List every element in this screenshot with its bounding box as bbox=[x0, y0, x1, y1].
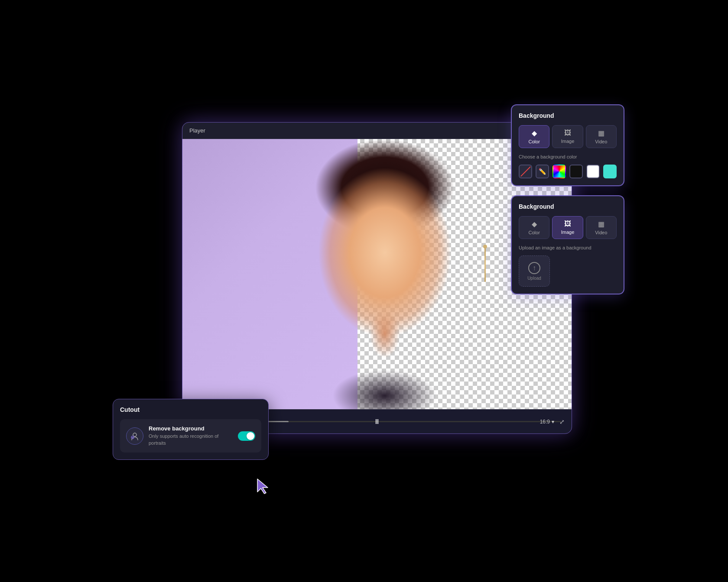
aspect-ratio-label: 16:9 bbox=[540, 419, 550, 425]
tab-video-2[interactable]: ▦ Video bbox=[586, 216, 617, 239]
earring-decoration bbox=[484, 247, 486, 282]
playback-controls: ⏸ bbox=[371, 416, 383, 428]
bg-panel-1-title: Background bbox=[519, 112, 617, 119]
swatch-eyedropper[interactable]: ✏️ bbox=[536, 165, 549, 178]
cutout-description: Only supports auto recognition of portra… bbox=[149, 433, 233, 446]
color-tab-icon: ◆ bbox=[532, 129, 537, 137]
swatch-white[interactable] bbox=[586, 165, 600, 178]
video-tab-label: Video bbox=[595, 139, 607, 144]
play-pause-button[interactable]: ⏸ bbox=[371, 416, 383, 428]
cutout-title: Cutout bbox=[120, 406, 261, 413]
bg-panel-1-tabs: ◆ Color 🖼 Image ▦ Video bbox=[519, 125, 617, 148]
swatch-rainbow[interactable] bbox=[552, 165, 566, 178]
color-tab-label: Color bbox=[529, 139, 540, 144]
upload-label: Upload bbox=[527, 276, 541, 281]
upload-icon: ↑ bbox=[528, 262, 540, 274]
cutout-panel: Cutout Remove background Only supports a… bbox=[113, 399, 269, 460]
image-tab-icon-2: 🖼 bbox=[564, 220, 571, 228]
cutout-text-block: Remove background Only supports auto rec… bbox=[149, 425, 233, 446]
color-swatches: ✏️ bbox=[519, 165, 617, 178]
video-tab-icon-2: ▦ bbox=[598, 220, 604, 228]
tab-color-2[interactable]: ◆ Color bbox=[519, 216, 549, 239]
image-tab-icon: 🖼 bbox=[564, 129, 571, 137]
eyedropper-icon: ✏️ bbox=[539, 168, 546, 175]
tab-image-1[interactable]: 🖼 Image bbox=[552, 125, 583, 148]
progress-bar[interactable] bbox=[265, 421, 561, 422]
bg-panel-2-subtitle: Upload an image as a background bbox=[519, 245, 617, 250]
tab-color-1[interactable]: ◆ Color bbox=[519, 125, 549, 148]
remove-bg-toggle[interactable] bbox=[238, 431, 255, 441]
tab-video-1[interactable]: ▦ Video bbox=[586, 125, 617, 148]
cursor-svg bbox=[256, 477, 270, 495]
video-tab-label-2: Video bbox=[595, 230, 607, 235]
chevron-down-icon: ▾ bbox=[552, 419, 554, 425]
remove-bg-icon bbox=[130, 431, 140, 441]
cutout-remove-bg-item: Remove background Only supports auto rec… bbox=[120, 419, 261, 453]
image-tab-label: Image bbox=[561, 139, 575, 144]
aspect-ratio-selector[interactable]: 16:9 ▾ bbox=[540, 419, 554, 425]
fullscreen-button[interactable]: ⤢ bbox=[559, 418, 565, 425]
scene: Player 00:00:07:02 / 00:01:23:00 ⏸ bbox=[126, 96, 602, 486]
background-panel-color: Background ◆ Color 🖼 Image ▦ Video Choos… bbox=[511, 105, 624, 186]
image-tab-label-2: Image bbox=[561, 230, 575, 235]
swatch-none[interactable] bbox=[519, 165, 532, 178]
upload-button[interactable]: ↑ Upload bbox=[519, 255, 550, 287]
bg-panel-1-subtitle: Choose a background color bbox=[519, 154, 617, 159]
color-tab-icon-2: ◆ bbox=[532, 220, 537, 228]
color-tab-label-2: Color bbox=[529, 230, 540, 235]
svg-point-0 bbox=[133, 433, 136, 436]
swatch-black[interactable] bbox=[569, 165, 583, 178]
player-right-controls: 16:9 ▾ ⤢ bbox=[540, 418, 565, 425]
tab-image-2[interactable]: 🖼 Image bbox=[552, 216, 583, 239]
cutout-label: Remove background bbox=[149, 425, 233, 432]
video-tab-icon: ▦ bbox=[598, 129, 604, 137]
background-panel-image: Background ◆ Color 🖼 Image ▦ Video Uploa… bbox=[511, 196, 624, 294]
bg-panel-2-tabs: ◆ Color 🖼 Image ▦ Video bbox=[519, 216, 617, 239]
swatch-cyan[interactable] bbox=[603, 165, 617, 178]
bg-panel-2-title: Background bbox=[519, 203, 617, 210]
cutout-icon-wrapper bbox=[126, 427, 143, 445]
player-title: Player bbox=[189, 127, 205, 134]
